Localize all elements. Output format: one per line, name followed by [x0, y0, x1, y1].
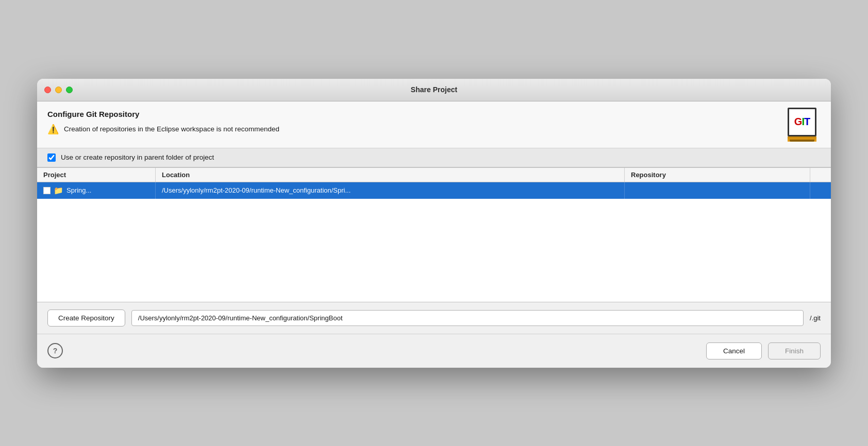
- table-section: Project Location Repository 📁 Spring... …: [37, 167, 831, 302]
- create-repo-row: Create Repository /.git: [47, 310, 821, 327]
- finish-button[interactable]: Finish: [768, 342, 821, 359]
- help-button[interactable]: ?: [47, 343, 63, 358]
- create-repository-button[interactable]: Create Repository: [47, 310, 125, 327]
- row-extra-cell: [810, 182, 831, 199]
- close-button[interactable]: [44, 87, 51, 93]
- footer-buttons: Cancel Finish: [706, 342, 821, 359]
- col-repository: Repository: [625, 168, 810, 182]
- checkbox-label[interactable]: Use or create repository in parent folde…: [61, 153, 214, 161]
- git-logo-base: [788, 136, 816, 142]
- git-t: T: [804, 116, 810, 128]
- folder-icon: 📁: [54, 186, 63, 195]
- checkbox-section: Use or create repository in parent folde…: [37, 148, 831, 167]
- warning-text: Creation of repositories in the Eclipse …: [64, 125, 279, 133]
- col-location: Location: [156, 168, 625, 182]
- title-bar: Share Project: [37, 79, 831, 101]
- git-logo-inner: GIT: [788, 108, 816, 136]
- row-location-cell: /Users/yylonly/rm2pt-2020-09/runtime-New…: [156, 182, 625, 199]
- bottom-section: Create Repository /.git: [37, 302, 831, 334]
- footer-section: ? Cancel Finish: [37, 334, 831, 368]
- row-project-cell: 📁 Spring...: [37, 182, 156, 199]
- dialog-body: Configure Git Repository ⚠️ Creation of …: [37, 101, 831, 368]
- empty-table-area: [37, 199, 831, 302]
- table-body: 📁 Spring... /Users/yylonly/rm2pt-2020-09…: [37, 182, 831, 302]
- col-project: Project: [37, 168, 156, 182]
- use-parent-folder-checkbox[interactable]: [47, 153, 56, 162]
- row-repository-cell: [625, 182, 810, 199]
- table-header: Project Location Repository: [37, 168, 831, 182]
- dialog-window: Share Project Configure Git Repository ⚠…: [37, 79, 831, 368]
- dialog-title: Share Project: [411, 85, 457, 94]
- table-row[interactable]: 📁 Spring... /Users/yylonly/rm2pt-2020-09…: [37, 182, 831, 199]
- minimize-button[interactable]: [55, 87, 62, 93]
- header-left: Configure Git Repository ⚠️ Creation of …: [47, 110, 279, 135]
- header-section: Configure Git Repository ⚠️ Creation of …: [37, 101, 831, 148]
- title-bar-buttons: [44, 87, 73, 93]
- repo-path-input[interactable]: [131, 310, 804, 326]
- project-name: Spring...: [66, 186, 91, 194]
- maximize-button[interactable]: [66, 87, 73, 93]
- git-suffix: /.git: [810, 314, 821, 322]
- row-checkbox[interactable]: [43, 187, 51, 194]
- git-logo: GIT: [788, 108, 821, 141]
- col-extra: [810, 168, 831, 182]
- git-g: G: [794, 116, 802, 128]
- warning-icon: ⚠️: [47, 124, 59, 135]
- configure-title: Configure Git Repository: [47, 110, 279, 118]
- location-text: /Users/yylonly/rm2pt-2020-09/runtime-New…: [162, 186, 350, 194]
- cancel-button[interactable]: Cancel: [706, 342, 762, 359]
- warning-row: ⚠️ Creation of repositories in the Eclip…: [47, 124, 279, 135]
